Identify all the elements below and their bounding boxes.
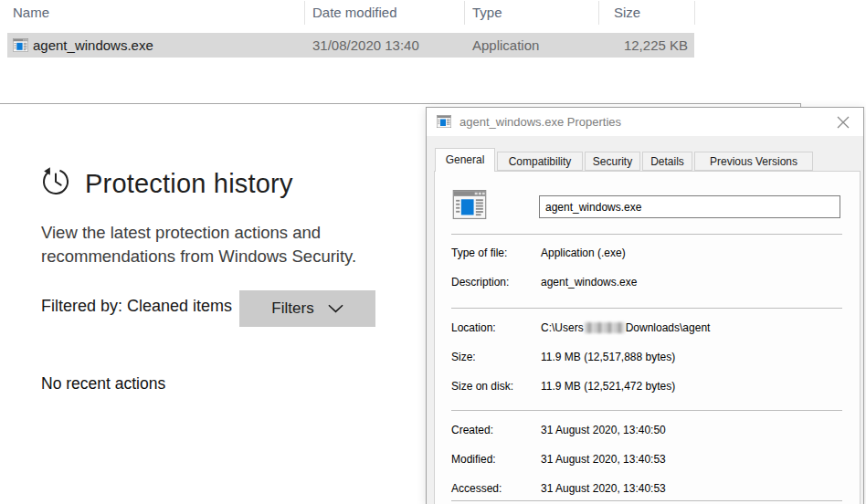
property-row-modified: Modified: 31 August 2020, 13:40:53 [451, 453, 666, 466]
page-description: View the latest protection actions and r… [41, 221, 363, 268]
property-row-accessed: Accessed: 31 August 2020, 13:40:53 [451, 482, 666, 495]
property-value: 31 August 2020, 13:40:53 [541, 482, 666, 495]
property-row-location: Location: C:\UsersDownloads\agent [451, 321, 710, 334]
column-header-size[interactable]: Size [614, 0, 640, 25]
property-label: Size: [451, 351, 541, 363]
close-button[interactable] [836, 115, 850, 130]
file-row-agent-windows-exe[interactable]: agent_windows.exe 31/08/2020 13:40 Appli… [7, 33, 694, 58]
property-value: 11.9 MB (12,517,888 bytes) [541, 351, 675, 363]
tab-compatibility[interactable]: Compatibility [497, 152, 583, 171]
filtered-by-label: Filtered by: Cleaned items [41, 297, 232, 316]
separator [451, 410, 842, 411]
tab-previous-versions[interactable]: Previous Versions [694, 152, 813, 171]
column-header-type[interactable]: Type [472, 0, 502, 25]
dialog-titlebar[interactable]: agent_windows.exe Properties [427, 108, 863, 136]
property-row-type-of-file: Type of file: Application (.exe) [451, 247, 626, 259]
redacted-username [585, 322, 625, 333]
column-header-date-modified[interactable]: Date modified [312, 0, 397, 25]
history-icon [40, 166, 71, 201]
separator [451, 308, 842, 309]
file-date-modified: 31/08/2020 13:40 [312, 33, 419, 58]
application-file-icon-large [452, 190, 487, 222]
tab-general[interactable]: General [435, 148, 495, 172]
application-file-icon-small [437, 115, 451, 131]
property-value: 11.9 MB (12,521,472 bytes) [541, 380, 675, 393]
property-label: Location: [451, 321, 541, 334]
column-divider [304, 1, 305, 25]
property-label: Type of file: [451, 247, 541, 259]
explorer-file-list: Name Date modified Type Size [0, 0, 866, 103]
close-icon [837, 116, 850, 129]
application-file-icon [13, 38, 28, 56]
page-title: Protection history [85, 169, 293, 199]
tab-details[interactable]: Details [642, 152, 692, 171]
file-name-input[interactable] [539, 195, 840, 218]
chevron-down-icon [328, 304, 343, 313]
property-label: Created: [451, 424, 541, 436]
property-row-description: Description: agent_windows.exe [451, 276, 637, 289]
file-type: Application [472, 33, 539, 58]
separator [451, 500, 842, 501]
property-label: Modified: [451, 453, 541, 466]
property-row-size-on-disk: Size on disk: 11.9 MB (12,521,472 bytes) [451, 380, 675, 393]
dialog-title: agent_windows.exe Properties [459, 108, 621, 136]
column-header-name[interactable]: Name [13, 0, 49, 25]
property-value: 31 August 2020, 13:40:50 [541, 424, 666, 436]
file-name: agent_windows.exe [33, 33, 153, 58]
property-row-created: Created: 31 August 2020, 13:40:50 [451, 424, 666, 436]
property-label: Description: [451, 276, 541, 289]
property-row-size: Size: 11.9 MB (12,517,888 bytes) [451, 351, 675, 363]
property-value: Application (.exe) [541, 247, 626, 259]
tab-security[interactable]: Security [585, 152, 640, 171]
empty-state-text: No recent actions [41, 374, 165, 394]
property-value: 31 August 2020, 13:40:53 [541, 453, 666, 466]
separator [451, 234, 842, 235]
property-label: Accessed: [451, 482, 541, 495]
property-value: C:\UsersDownloads\agent [541, 321, 710, 334]
property-label: Size on disk: [451, 380, 541, 393]
general-tab-page: Type of file: Application (.exe) Descrip… [434, 171, 861, 504]
column-divider [694, 1, 695, 25]
properties-dialog: agent_windows.exe Properties General Com… [426, 107, 864, 504]
property-value: agent_windows.exe [541, 276, 637, 289]
file-size: 12,225 KB [598, 33, 688, 58]
filters-button[interactable]: Filters [239, 290, 375, 327]
column-divider [464, 1, 465, 25]
column-divider [598, 1, 599, 25]
